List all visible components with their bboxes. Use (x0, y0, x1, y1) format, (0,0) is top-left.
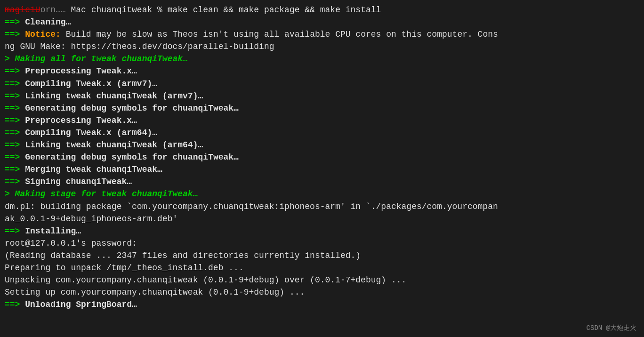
terminal-line: ==> Cleaning… (5, 16, 639, 28)
terminal-line: > Making all for tweak chuanqiTweak… (5, 53, 639, 65)
terminal-line: ==> Preprocessing Tweak.x… (5, 114, 639, 127)
terminal-line: ak_0.0.1-9+debug_iphoneos-arm.deb' (5, 213, 639, 225)
terminal-line: ==> Merging tweak chuanqiTweak… (5, 163, 639, 176)
terminal-line: ==> Compiling Tweak.x (armv7)… (5, 78, 639, 90)
terminal-line: ==> Preprocessing Tweak.x… (5, 65, 639, 77)
terminal-line: Preparing to unpack /tmp/_theos_install.… (5, 262, 639, 274)
terminal-line: ==> Linking tweak chuanqiTweak (arm64)… (5, 139, 639, 151)
terminal-line: root@127.0.0.1's password: (5, 237, 639, 249)
terminal-line: dm.pl: building package `com.yourcompany… (5, 201, 639, 213)
terminal: magic1Uorn…… Mac chuanqitweak % make cle… (0, 0, 644, 337)
terminal-line: Unpacking com.yourcompany.chuanqitweak (… (5, 274, 639, 286)
terminal-line: ==> Unloading SpringBoard… (5, 298, 639, 311)
terminal-line: ==> Generating debug symbols for chuanqi… (5, 102, 639, 114)
terminal-line: ==> Signing chuanqiTweak… (5, 176, 639, 188)
terminal-line: > Making stage for tweak chuanqiTweak… (5, 188, 639, 200)
watermark: CSDN @大炮走火 (587, 324, 636, 332)
terminal-line: Setting up com.yourcompany.chuanqitweak … (5, 286, 639, 298)
terminal-line: magic1Uorn…… Mac chuanqitweak % make cle… (5, 4, 639, 16)
terminal-line: ng GNU Make: https://theos.dev/docs/para… (5, 40, 639, 53)
terminal-line: ==> Installing… (5, 225, 639, 237)
terminal-line: ==> Compiling Tweak.x (arm64)… (5, 127, 639, 139)
terminal-line: ==> Generating debug symbols for chuanqi… (5, 151, 639, 163)
terminal-line: (Reading database ... 2347 files and dir… (5, 249, 639, 262)
terminal-line: ==> Notice: Build may be slow as Theos i… (5, 28, 639, 40)
terminal-line: ==> Linking tweak chuanqiTweak (armv7)… (5, 90, 639, 102)
